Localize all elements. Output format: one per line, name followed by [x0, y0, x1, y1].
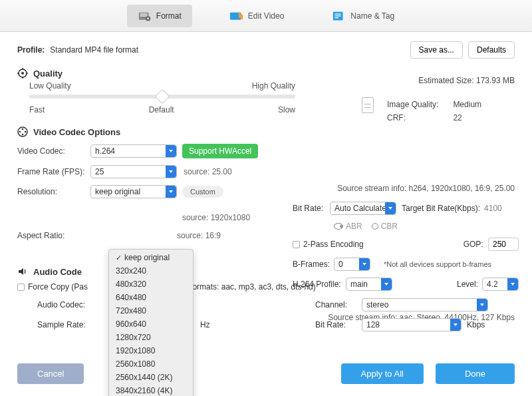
profile-label: Profile: — [17, 45, 45, 55]
audio-title: Audio Code — [33, 267, 82, 277]
bframes-note: *Not all devices support b-frames — [384, 260, 491, 268]
svg-point-4 — [147, 17, 149, 19]
fps-source: source: 25.00 — [184, 167, 232, 176]
twopass-checkbox[interactable] — [293, 241, 300, 248]
resolution-dropdown[interactable]: ✓keep original320x240480x320640x480720x4… — [108, 249, 194, 396]
fps-value: 25 — [95, 167, 104, 176]
resolution-option[interactable]: 1280x720 — [109, 331, 193, 344]
video-right-column: Bit Rate: Auto Calculate Target Bit Rate… — [293, 202, 519, 291]
apply-to-all-button[interactable]: Apply to All — [341, 363, 424, 384]
fast-label: Fast — [29, 105, 45, 114]
bitrate-label: Bit Rate: — [293, 204, 330, 213]
audio-bitrate-select[interactable]: 128 — [362, 318, 462, 331]
profile-row: Profile: Standard MP4 file format Save a… — [17, 41, 515, 59]
svg-rect-8 — [335, 15, 341, 16]
document-icon — [362, 97, 374, 113]
resolution-option[interactable]: 2560x1080 — [109, 357, 193, 371]
name-tag-icon — [332, 10, 346, 22]
video-codec-select[interactable]: h.264 — [90, 144, 177, 158]
sample-rate-label: Sample Rate: — [37, 320, 97, 329]
top-tab-bar: Format Edit Video Name & Tag — [0, 0, 532, 32]
resolution-option[interactable]: 2560x1440 (2K) — [109, 371, 193, 384]
level-select[interactable]: 4.2 — [482, 278, 519, 291]
bframes-select[interactable]: 0 — [334, 258, 370, 271]
save-as-button[interactable]: Save as... — [410, 41, 463, 59]
resolution-option[interactable]: 1920x1080 — [109, 344, 193, 357]
resolution-option[interactable]: ✓keep original — [109, 251, 193, 264]
resolution-option[interactable]: 720x480 — [109, 304, 193, 317]
estimated-size: Estimated Size: 173.93 MB — [418, 76, 515, 85]
tab-format[interactable]: Format — [127, 5, 192, 27]
fps-label: Frame Rate (FPS): — [17, 167, 90, 176]
video-source-info: Source stream info: h264, 1920x1080, 16:… — [337, 184, 515, 193]
high-quality-label: High Quality — [252, 81, 295, 91]
video-codec-value: h.264 — [95, 146, 115, 156]
support-hwaccel-button[interactable]: Support HWAccel — [182, 144, 258, 158]
abr-label: ABR — [346, 222, 362, 231]
svg-rect-2 — [140, 15, 147, 16]
svg-point-19 — [25, 131, 27, 133]
imgq-label: Image Quality: — [380, 99, 445, 110]
video-title: Video Codec Options — [33, 127, 120, 137]
aspect-ratio-label: Aspect Ratio: — [17, 231, 90, 240]
gear-icon — [17, 68, 28, 79]
force-copy-checkbox[interactable] — [17, 284, 25, 291]
custom-button[interactable]: Custom — [182, 186, 223, 198]
video-codec-label: Video Codec: — [17, 146, 90, 156]
cbr-label: CBR — [381, 222, 398, 231]
resolution-option[interactable]: 960x640 — [109, 317, 193, 331]
target-bitrate-value: 4100 — [484, 204, 502, 213]
quality-title: Quality — [33, 69, 63, 79]
cbr-radio[interactable] — [372, 223, 378, 230]
svg-rect-7 — [335, 13, 341, 14]
image-quality-box: Image Quality: Medium CRF: 22 — [362, 97, 515, 125]
resolution-option[interactable]: 480x320 — [109, 278, 193, 291]
resolution-option[interactable]: 320x240 — [109, 264, 193, 278]
slider-thumb[interactable] — [155, 89, 170, 104]
content-area: Profile: Standard MP4 file format Save a… — [0, 32, 532, 396]
svg-point-17 — [22, 128, 24, 130]
tab-edit-video[interactable]: Edit Video — [219, 5, 295, 27]
format-icon — [138, 10, 152, 22]
h264profile-select[interactable]: main — [346, 278, 392, 291]
resolution-option[interactable]: 640x480 — [109, 291, 193, 304]
done-button[interactable]: Done — [436, 363, 515, 384]
audio-bitrate-value: 128 — [366, 320, 380, 329]
bitrate-value: Auto Calculate — [334, 204, 386, 213]
film-icon — [17, 126, 28, 137]
channel-select[interactable]: stereo — [362, 298, 488, 311]
default-label: Default — [149, 105, 174, 114]
dialog-footer: Cancel Apply to All Done — [0, 355, 532, 396]
audio-codec-label: Audio Codec: — [37, 300, 97, 309]
video-section-header: Video Codec Options — [17, 126, 515, 137]
level-label: Level: — [457, 280, 478, 289]
level-value: 4.2 — [487, 280, 498, 289]
bframes-label: B-Frames: — [293, 260, 334, 269]
low-quality-label: Low Quality — [29, 81, 71, 91]
res-source: source: 1920x1080 — [182, 213, 250, 222]
resolution-option[interactable]: 3840x2160 (4K) — [109, 384, 193, 396]
quality-slider[interactable] — [29, 95, 295, 99]
speaker-icon — [17, 266, 28, 277]
target-bitrate-label: Target Bit Rate(Kbps): — [402, 204, 480, 213]
profile-value: Standard MP4 file format — [50, 45, 138, 55]
cancel-button[interactable]: Cancel — [17, 363, 84, 384]
twopass-label: 2-Pass Encoding — [303, 240, 364, 249]
abr-radio[interactable] — [334, 223, 343, 230]
svg-point-11 — [21, 72, 24, 75]
defaults-button[interactable]: Defaults — [468, 41, 515, 59]
fps-select[interactable]: 25 — [90, 165, 177, 178]
bitrate-select[interactable]: Auto Calculate — [330, 202, 396, 215]
crf-label: CRF: — [380, 112, 445, 124]
svg-point-18 — [19, 131, 21, 133]
gop-input[interactable] — [488, 238, 519, 251]
edit-video-icon — [229, 10, 244, 22]
tab-name-tag[interactable]: Name & Tag — [321, 5, 405, 27]
resolution-value: keep original — [95, 187, 140, 196]
tab-label: Edit Video — [248, 11, 285, 21]
svg-point-20 — [22, 134, 24, 136]
crf-value: 22 — [446, 112, 488, 124]
channel-label: Channel: — [315, 300, 362, 309]
imgq-value: Medium — [446, 99, 488, 110]
resolution-select[interactable]: keep original — [90, 185, 177, 198]
